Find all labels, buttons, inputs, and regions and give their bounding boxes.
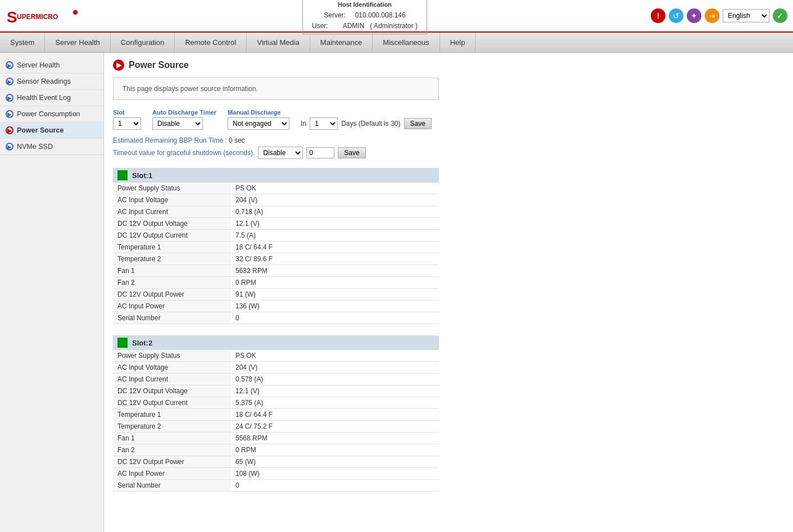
- logo-svg: S UPERMICRO: [6, 4, 79, 27]
- timeout-row: Timeout value for graceful shutdown (sec…: [113, 147, 784, 159]
- table-row: Temperature 232 C/ 89.6 F: [113, 253, 439, 265]
- manual-discharge-label: Manual Discharge: [228, 109, 289, 116]
- arrow-icon-power-consumption: ▶: [6, 110, 13, 118]
- row-value-2-11: 0: [231, 480, 439, 492]
- slot-control-group: Slot 1: [113, 109, 141, 130]
- language-select[interactable]: English Chinese Japanese: [723, 9, 769, 22]
- slot-status-indicator-2: [117, 338, 128, 348]
- nav-remote-control[interactable]: Remote Control: [175, 33, 247, 52]
- row-label-1-7: Fan 1: [113, 265, 231, 277]
- slot-section-1: Slot:1Power Supply StatusPS OKAC Input V…: [113, 168, 784, 324]
- refresh-button-1[interactable]: ↺: [669, 8, 683, 23]
- nav-system[interactable]: System: [0, 33, 45, 52]
- sidebar-label-nvme-ssd: NVMe SSD: [17, 143, 53, 151]
- row-label-2-8: Fan 2: [113, 444, 231, 456]
- manual-discharge-control-group: Manual Discharge Not engaged Engaged: [228, 109, 289, 130]
- table-row: Power Supply StatusPS OK: [113, 350, 439, 362]
- row-value-1-10: 136 (W): [231, 301, 439, 312]
- table-row: Fan 15632 RPM: [113, 265, 439, 277]
- row-value-2-10: 108 (W): [231, 468, 439, 480]
- table-row: DC 12V Output Power91 (W): [113, 289, 439, 301]
- row-value-2-6: 24 C/ 75.2 F: [231, 421, 439, 433]
- row-value-2-7: 5568 RPM: [231, 433, 439, 444]
- row-label-1-9: DC 12V Output Power: [113, 289, 231, 301]
- row-value-1-4: 7.5 (A): [231, 230, 439, 242]
- page-title: Power Source: [129, 60, 189, 70]
- row-value-1-5: 18 C/ 64.4 F: [231, 242, 439, 253]
- slot-select[interactable]: 1: [113, 117, 141, 130]
- slot-label: Slot: [113, 109, 141, 116]
- slot-status-indicator-1: [117, 170, 128, 180]
- timeout-select[interactable]: Disable Enable: [258, 147, 303, 159]
- sidebar-item-power-consumption[interactable]: ▶ Power Consumption: [0, 106, 103, 122]
- row-label-1-1: AC Input Voltage: [113, 194, 231, 206]
- sidebar-item-sensor-readings[interactable]: ▶ Sensor Readings: [0, 74, 103, 90]
- row-value-1-11: 0: [231, 312, 439, 324]
- row-label-2-5: Temperature 1: [113, 409, 231, 421]
- nav-server-health[interactable]: Server Health: [45, 33, 110, 52]
- host-server-row: Server: 010.000.008.146: [312, 10, 418, 21]
- table-row: Temperature 118 C/ 64.4 F: [113, 242, 439, 253]
- logout-button[interactable]: ⇥: [705, 8, 719, 23]
- nav-miscellaneous[interactable]: Miscellaneous: [373, 33, 439, 52]
- row-value-2-9: 65 (W): [231, 456, 439, 468]
- manual-discharge-select[interactable]: Not engaged Engaged: [228, 117, 289, 130]
- row-label-1-10: AC Input Power: [113, 301, 231, 312]
- table-row: AC Input Voltage204 (V): [113, 194, 439, 206]
- row-label-1-3: DC 12V Output Voltage: [113, 218, 231, 230]
- row-value-2-4: 5.375 (A): [231, 397, 439, 409]
- auto-discharge-control-group: Auto Discharge Timer Disable Enable: [152, 109, 216, 130]
- sidebar-label-health-event-log: Health Event Log: [17, 94, 71, 102]
- slot-table-2: Power Supply StatusPS OKAC Input Voltage…: [113, 350, 439, 492]
- timeout-input[interactable]: [306, 147, 334, 158]
- user-label: User:: [312, 22, 328, 30]
- nav-virtual-media[interactable]: Virtual Media: [247, 33, 310, 52]
- row-label-1-8: Fan 2: [113, 277, 231, 289]
- auto-discharge-select[interactable]: Disable Enable: [152, 117, 203, 130]
- table-row: Fan 20 RPM: [113, 277, 439, 289]
- arrow-icon-power-source: ▶: [6, 126, 13, 134]
- content-area: ▶ Power Source This page displays power …: [104, 53, 793, 532]
- slot-title-2: Slot:2: [132, 339, 152, 347]
- row-label-2-0: Power Supply Status: [113, 350, 231, 362]
- row-value-1-0: PS OK: [231, 183, 439, 194]
- help-button[interactable]: ✦: [687, 8, 701, 23]
- main-layout: ▶ Server Health ▶ Sensor Readings ▶ Heal…: [0, 53, 793, 532]
- sidebar-label-power-consumption: Power Consumption: [17, 110, 80, 118]
- row-label-2-10: AC Input Power: [113, 468, 231, 480]
- days-select[interactable]: 1 2 3 7 14 30: [310, 117, 338, 130]
- row-label-2-4: DC 12V Output Current: [113, 397, 231, 409]
- confirm-button[interactable]: ✓: [773, 8, 787, 23]
- table-row: Fan 15568 RPM: [113, 433, 439, 444]
- sidebar-item-health-event-log[interactable]: ▶ Health Event Log: [0, 90, 103, 106]
- nav-configuration[interactable]: Configuration: [111, 33, 175, 52]
- nav-bar: System Server Health Configuration Remot…: [0, 33, 793, 53]
- row-value-2-0: PS OK: [231, 350, 439, 362]
- user-value: ADMIN: [343, 22, 365, 30]
- timeout-save-button[interactable]: Save: [338, 147, 365, 158]
- header: S UPERMICRO Host Identification Server: …: [0, 0, 793, 33]
- slot-save-button[interactable]: Save: [404, 118, 432, 129]
- table-row: Temperature 118 C/ 64.4 F: [113, 409, 439, 421]
- server-label: Server:: [324, 11, 346, 19]
- alert-button[interactable]: !: [651, 8, 665, 23]
- table-row: DC 12V Output Power65 (W): [113, 456, 439, 468]
- row-label-1-6: Temperature 2: [113, 253, 231, 265]
- controls-row: Slot 1 Auto Discharge Timer Disable Enab…: [113, 109, 784, 130]
- row-label-2-11: Serial Number: [113, 480, 231, 492]
- table-row: AC Input Power108 (W): [113, 468, 439, 480]
- sidebar-item-server-health[interactable]: ▶ Server Health: [0, 57, 103, 74]
- row-value-1-2: 0.718 (A): [231, 206, 439, 218]
- host-identification: Host Identification Server: 010.000.008.…: [302, 0, 427, 34]
- table-row: Serial Number0: [113, 312, 439, 324]
- slot-table-1: Power Supply StatusPS OKAC Input Voltage…: [113, 183, 439, 324]
- sidebar-item-power-source[interactable]: ▶ Power Source: [0, 122, 103, 139]
- row-label-1-4: DC 12V Output Current: [113, 230, 231, 242]
- days-row: In 1 2 3 7 14 30 Days (Default is 30) Sa…: [301, 117, 432, 130]
- table-row: AC Input Current0.578 (A): [113, 374, 439, 385]
- row-value-2-8: 0 RPM: [231, 444, 439, 456]
- header-right: ! ↺ ✦ ⇥ English Chinese Japanese ✓: [651, 8, 787, 23]
- sidebar-item-nvme-ssd[interactable]: ▶ NVMe SSD: [0, 139, 103, 155]
- nav-help[interactable]: Help: [440, 33, 476, 52]
- nav-maintenance[interactable]: Maintenance: [310, 33, 373, 52]
